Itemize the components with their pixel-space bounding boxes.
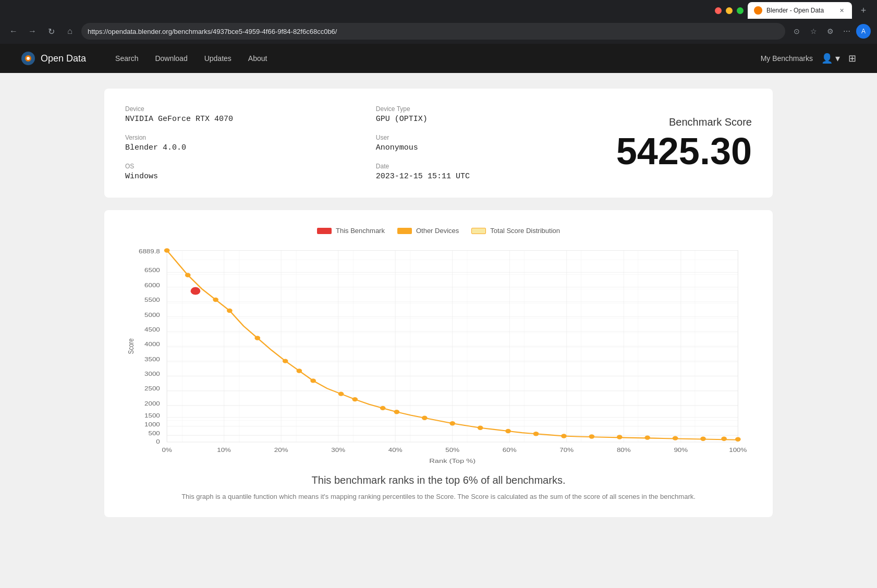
site-logo[interactable]: Open Data bbox=[21, 51, 86, 66]
legend-total-score: Total Score Distribution bbox=[471, 227, 560, 235]
browser-chrome: Blender - Open Data ✕ + ← → ↻ ⌂ https://… bbox=[0, 0, 877, 44]
chart-point bbox=[297, 369, 302, 373]
chart-point bbox=[283, 359, 288, 363]
menu-icon[interactable]: ⋯ bbox=[839, 24, 854, 39]
svg-text:Rank (Top %): Rank (Top %) bbox=[429, 457, 476, 464]
svg-text:10%: 10% bbox=[217, 447, 231, 453]
site-nav: Open Data Search Download Updates About … bbox=[0, 44, 877, 73]
chart-point bbox=[700, 437, 706, 441]
address-bar[interactable]: https://opendata.blender.org/benchmarks/… bbox=[81, 23, 785, 40]
chart-point bbox=[505, 429, 511, 433]
site-name-label: Open Data bbox=[41, 53, 86, 64]
refresh-button[interactable]: ↻ bbox=[44, 24, 58, 39]
svg-text:0%: 0% bbox=[162, 447, 172, 453]
svg-text:5000: 5000 bbox=[144, 312, 160, 318]
main-content: Device NVIDIA GeForce RTX 4070 Device Ty… bbox=[0, 73, 877, 545]
device-group: Device NVIDIA GeForce RTX 4070 bbox=[125, 105, 345, 124]
extensions-icon[interactable]: ⚙ bbox=[823, 24, 837, 39]
reader-mode-icon[interactable]: ⊙ bbox=[789, 24, 804, 39]
nav-right: My Benchmarks 👤 ▾ ⊞ bbox=[761, 53, 856, 64]
chart-point bbox=[673, 436, 678, 440]
legend-total-label: Total Score Distribution bbox=[490, 227, 560, 235]
chart-point bbox=[213, 298, 218, 302]
nav-updates[interactable]: Updates bbox=[196, 44, 240, 73]
chart-point bbox=[735, 437, 741, 442]
version-group: Version Blender 4.0.0 bbox=[125, 134, 345, 152]
svg-text:Score: Score bbox=[127, 338, 136, 354]
nav-download[interactable]: Download bbox=[147, 44, 196, 73]
svg-text:1500: 1500 bbox=[144, 412, 160, 419]
my-benchmarks-link[interactable]: My Benchmarks bbox=[761, 54, 813, 63]
legend-this-benchmark: This Benchmark bbox=[317, 227, 385, 235]
chart-point bbox=[380, 406, 386, 410]
legend-other-label: Other Devices bbox=[416, 227, 459, 235]
chart-point bbox=[533, 432, 539, 436]
user-avatar[interactable]: A bbox=[856, 24, 871, 39]
svg-text:90%: 90% bbox=[674, 447, 688, 453]
new-tab-btn[interactable]: + bbox=[856, 3, 871, 18]
svg-text:1000: 1000 bbox=[144, 421, 160, 427]
user-group: User Anonymous bbox=[376, 134, 595, 152]
device-type-group: Device Type GPU (OPTIX) bbox=[376, 105, 595, 124]
back-button[interactable]: ← bbox=[6, 24, 21, 39]
svg-text:2000: 2000 bbox=[144, 400, 160, 407]
benchmark-info-card: Device NVIDIA GeForce RTX 4070 Device Ty… bbox=[104, 89, 773, 198]
grid-apps-icon[interactable]: ⊞ bbox=[848, 53, 856, 64]
device-value: NVIDIA GeForce RTX 4070 bbox=[125, 115, 345, 124]
svg-text:100%: 100% bbox=[729, 447, 747, 453]
device-type-label: Device Type bbox=[376, 105, 595, 113]
svg-text:6000: 6000 bbox=[144, 282, 160, 288]
chart-point bbox=[561, 434, 567, 438]
window-close-btn[interactable] bbox=[715, 7, 722, 14]
svg-text:60%: 60% bbox=[503, 447, 517, 453]
browser-titlebar: Blender - Open Data ✕ + bbox=[0, 0, 877, 21]
svg-text:6500: 6500 bbox=[144, 267, 160, 274]
benchmark-score-section: Benchmark Score 5425.30 bbox=[595, 105, 752, 181]
legend-other-devices: Other Devices bbox=[397, 227, 459, 235]
svg-text:50%: 50% bbox=[445, 447, 459, 453]
forward-button[interactable]: → bbox=[25, 24, 40, 39]
device-type-value: GPU (OPTIX) bbox=[376, 115, 595, 124]
svg-text:80%: 80% bbox=[617, 447, 631, 453]
os-value: Windows bbox=[125, 172, 345, 181]
nav-about[interactable]: About bbox=[240, 44, 276, 73]
svg-point-2 bbox=[27, 57, 30, 60]
legend-this-color bbox=[317, 228, 332, 234]
chart-point bbox=[394, 410, 400, 414]
chart-point bbox=[310, 378, 316, 383]
chart-point bbox=[589, 434, 594, 438]
rank-description: This graph is a quantile function which … bbox=[125, 493, 752, 500]
svg-text:30%: 30% bbox=[331, 447, 345, 453]
chart-svg: 6889.8 6500 6000 5500 5000 4500 4000 350… bbox=[125, 245, 752, 464]
svg-text:6889.8: 6889.8 bbox=[139, 248, 160, 254]
device-label: Device bbox=[125, 105, 345, 113]
chart-footer: This benchmark ranks in the top 6% of al… bbox=[125, 474, 752, 500]
benchmark-details: Device NVIDIA GeForce RTX 4070 Device Ty… bbox=[125, 105, 595, 181]
score-value: 5425.30 bbox=[616, 132, 752, 170]
home-button[interactable]: ⌂ bbox=[63, 24, 77, 39]
browser-tab[interactable]: Blender - Open Data ✕ bbox=[748, 2, 852, 19]
svg-text:20%: 20% bbox=[274, 447, 288, 453]
blender-logo-icon bbox=[21, 51, 35, 66]
chart-point bbox=[227, 309, 233, 313]
window-min-btn[interactable] bbox=[726, 7, 733, 14]
date-group: Date 2023-12-15 15:11 UTC bbox=[376, 163, 595, 181]
bookmark-icon[interactable]: ☆ bbox=[806, 24, 821, 39]
nav-links: Search Download Updates About bbox=[107, 44, 275, 73]
user-label: User bbox=[376, 134, 595, 141]
chart-point bbox=[254, 336, 260, 340]
version-value: Blender 4.0.0 bbox=[125, 143, 345, 152]
chart-point bbox=[352, 397, 358, 401]
window-max-btn[interactable] bbox=[737, 7, 744, 14]
nav-search[interactable]: Search bbox=[107, 44, 147, 73]
tab-close-btn[interactable]: ✕ bbox=[837, 6, 846, 15]
tab-title: Blender - Open Data bbox=[766, 7, 833, 14]
rank-statement: This benchmark ranks in the top 6% of al… bbox=[125, 474, 752, 486]
url-display: https://opendata.blender.org/benchmarks/… bbox=[88, 28, 779, 35]
chart-card: This Benchmark Other Devices Total Score… bbox=[104, 210, 773, 517]
svg-text:500: 500 bbox=[149, 431, 161, 437]
user-account-icon[interactable]: 👤 ▾ bbox=[821, 53, 840, 64]
chart-point bbox=[449, 421, 455, 425]
browser-toolbar: ← → ↻ ⌂ https://opendata.blender.org/ben… bbox=[0, 21, 877, 44]
legend-this-label: This Benchmark bbox=[336, 227, 385, 235]
